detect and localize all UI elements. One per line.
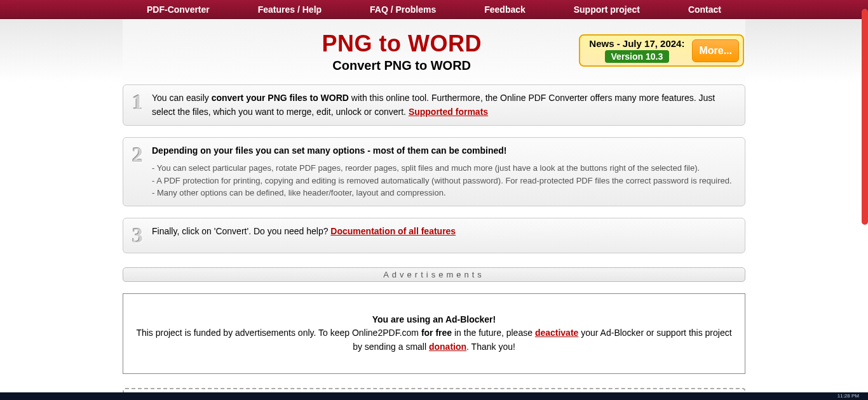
step-2-sub-2: - Many other options can be defined, lik…: [152, 187, 735, 199]
nav-feedback[interactable]: Feedback: [484, 4, 526, 15]
donation-link[interactable]: donation: [429, 342, 466, 352]
taskbar-time: 11:28 PM: [837, 393, 859, 399]
header-row: PNG to WORD Convert PNG to WORD News - J…: [123, 30, 745, 73]
step-3-body: Finally, click on 'Convert'. Do you need…: [152, 225, 735, 239]
step-2-bold: Depending on your files you can set many…: [152, 145, 507, 156]
step-2-sublist: - You can select particular pages, rotat…: [152, 162, 735, 199]
deactivate-link[interactable]: deactivate: [535, 328, 578, 338]
advertisements-label: Advertisements: [123, 267, 745, 282]
nav-contact[interactable]: Contact: [688, 4, 721, 15]
step-3-number: 3: [130, 225, 146, 246]
step-2-sub-1: - A PDF protection for printing, copying…: [152, 175, 735, 187]
adblock-p1c: in the future, please: [452, 328, 535, 338]
step-2-number: 2: [130, 144, 146, 166]
adblock-p1e: . Thank you!: [466, 342, 515, 352]
page-subtitle: Convert PNG to WORD: [224, 58, 579, 73]
top-navbar: PDF-Converter Features / Help FAQ / Prob…: [0, 0, 868, 19]
step-2-sub-0: - You can select particular pages, rotat…: [152, 162, 735, 175]
news-box: News - July 17, 2024: Version 10.3 More.…: [579, 34, 744, 67]
step-1-number: 1: [130, 91, 146, 113]
page-title: PNG to WORD: [224, 30, 579, 57]
nav-features[interactable]: Features / Help: [258, 4, 322, 15]
step-2-body: Depending on your files you can set many…: [152, 144, 735, 199]
more-button[interactable]: More...: [692, 39, 739, 62]
title-block: PNG to WORD Convert PNG to WORD: [123, 30, 579, 73]
version-badge: Version 10.3: [605, 50, 670, 63]
step-1-body: You can easily convert your PNG files to…: [152, 91, 735, 119]
scrollbar[interactable]: [862, 9, 868, 225]
taskbar[interactable]: [0, 392, 868, 400]
news-text: News - July 17, 2024: Version 10.3: [589, 38, 684, 63]
documentation-link[interactable]: Documentation of all features: [330, 226, 456, 236]
step-3-box: 3 Finally, click on 'Convert'. Do you ne…: [123, 218, 745, 253]
news-date: News - July 17, 2024:: [589, 38, 684, 49]
step-3-pre: Finally, click on 'Convert'. Do you need…: [152, 226, 330, 236]
step-1-pre: You can easily: [152, 93, 212, 103]
step-1-bold: convert your PNG files to WORD: [212, 93, 349, 103]
main-content: PNG to WORD Convert PNG to WORD News - J…: [123, 19, 745, 400]
adblock-title: You are using an Ad-Blocker!: [372, 314, 496, 324]
nav-support[interactable]: Support project: [574, 4, 640, 15]
nav-pdf-converter[interactable]: PDF-Converter: [147, 4, 210, 15]
nav-inner: PDF-Converter Features / Help FAQ / Prob…: [123, 4, 745, 15]
step-1-box: 1 You can easily convert your PNG files …: [123, 84, 745, 126]
supported-formats-link[interactable]: Supported formats: [409, 107, 488, 117]
step-2-box: 2 Depending on your files you can set ma…: [123, 137, 745, 206]
adblock-p1b: for free: [421, 328, 452, 338]
nav-faq[interactable]: FAQ / Problems: [370, 4, 436, 15]
adblock-p1a: This project is funded by advertisements…: [136, 328, 421, 338]
adblock-notice: You are using an Ad-Blocker! This projec…: [123, 293, 745, 374]
